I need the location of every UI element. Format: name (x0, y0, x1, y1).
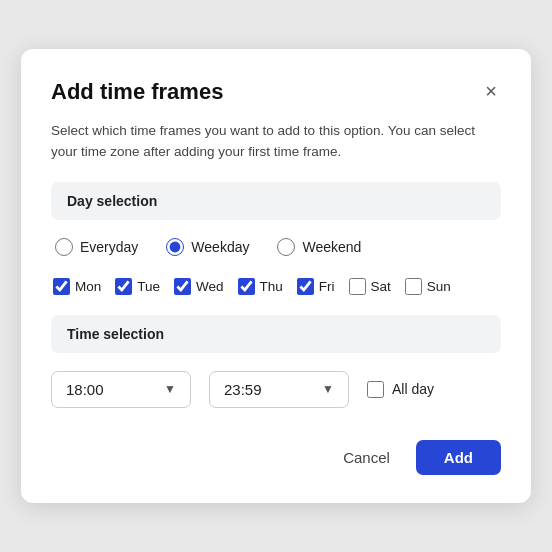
allday-checkbox[interactable] (367, 381, 384, 398)
radio-group: Everyday Weekday Weekend (51, 238, 501, 256)
day-sun[interactable]: Sun (405, 278, 451, 295)
day-sun-label: Sun (427, 279, 451, 294)
day-sat[interactable]: Sat (349, 278, 391, 295)
checkbox-tue[interactable] (115, 278, 132, 295)
checkbox-sat[interactable] (349, 278, 366, 295)
radio-weekday-label: Weekday (191, 239, 249, 255)
day-sat-label: Sat (371, 279, 391, 294)
start-time-select[interactable]: 18:00 ▼ (51, 371, 191, 408)
checkbox-thu[interactable] (238, 278, 255, 295)
start-time-value: 18:00 (66, 381, 104, 398)
checkbox-mon[interactable] (53, 278, 70, 295)
day-selection-header: Day selection (51, 182, 501, 220)
end-time-value: 23:59 (224, 381, 262, 398)
day-tue-label: Tue (137, 279, 160, 294)
checkbox-wed[interactable] (174, 278, 191, 295)
allday-option[interactable]: All day (367, 381, 434, 398)
day-fri[interactable]: Fri (297, 278, 335, 295)
time-selection-header: Time selection (51, 315, 501, 353)
dialog-title: Add time frames (51, 79, 223, 105)
cancel-button[interactable]: Cancel (331, 440, 402, 475)
dialog-description: Select which time frames you want to add… (51, 121, 501, 162)
day-thu-label: Thu (260, 279, 283, 294)
radio-everyday[interactable]: Everyday (55, 238, 138, 256)
close-button[interactable]: × (481, 79, 501, 103)
day-wed-label: Wed (196, 279, 224, 294)
radio-weekend-input[interactable] (277, 238, 295, 256)
radio-everyday-input[interactable] (55, 238, 73, 256)
day-mon[interactable]: Mon (53, 278, 101, 295)
radio-weekday-input[interactable] (166, 238, 184, 256)
checkbox-fri[interactable] (297, 278, 314, 295)
end-time-select[interactable]: 23:59 ▼ (209, 371, 349, 408)
add-time-frames-dialog: Add time frames × Select which time fram… (21, 49, 531, 503)
time-row: 18:00 ▼ 23:59 ▼ All day (51, 371, 501, 408)
radio-everyday-label: Everyday (80, 239, 138, 255)
start-time-chevron-icon: ▼ (164, 382, 176, 396)
add-button[interactable]: Add (416, 440, 501, 475)
days-group: Mon Tue Wed Thu Fri Sat Sun (51, 278, 501, 295)
day-mon-label: Mon (75, 279, 101, 294)
radio-weekend[interactable]: Weekend (277, 238, 361, 256)
checkbox-sun[interactable] (405, 278, 422, 295)
day-fri-label: Fri (319, 279, 335, 294)
day-wed[interactable]: Wed (174, 278, 224, 295)
end-time-chevron-icon: ▼ (322, 382, 334, 396)
allday-label: All day (392, 381, 434, 397)
dialog-footer: Cancel Add (51, 440, 501, 475)
day-tue[interactable]: Tue (115, 278, 160, 295)
day-thu[interactable]: Thu (238, 278, 283, 295)
radio-weekday[interactable]: Weekday (166, 238, 249, 256)
dialog-header: Add time frames × (51, 79, 501, 105)
radio-weekend-label: Weekend (302, 239, 361, 255)
